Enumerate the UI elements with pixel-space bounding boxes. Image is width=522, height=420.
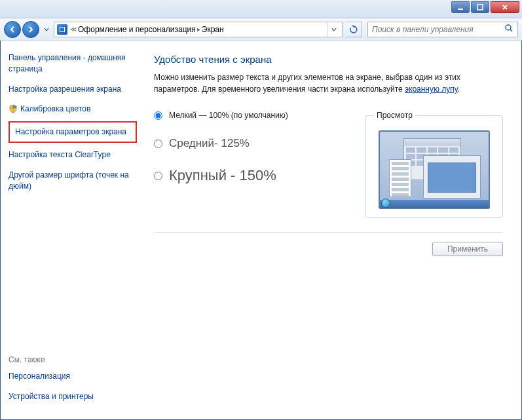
search-icon[interactable] xyxy=(504,24,513,35)
chevron-right-icon: ▸ xyxy=(197,26,200,33)
shield-icon xyxy=(9,104,18,113)
control-panel-icon xyxy=(57,24,67,35)
option-medium-radio[interactable] xyxy=(154,140,162,148)
sidebar-resolution[interactable]: Настройка разрешения экрана xyxy=(9,84,137,95)
sidebar-personalization[interactable]: Персонализация xyxy=(9,371,137,382)
option-small-radio[interactable] xyxy=(154,111,162,120)
breadcrumb-item[interactable]: Оформление и персонализация xyxy=(78,25,196,34)
forward-button[interactable] xyxy=(22,21,39,38)
option-large[interactable]: Крупный - 150% xyxy=(154,167,346,184)
address-bar[interactable]: ≪ Оформление и персонализация ▸ Экран xyxy=(54,22,343,37)
breadcrumb-item[interactable]: Экран xyxy=(202,25,224,34)
magnifier-link[interactable]: экранную лупу xyxy=(405,85,458,94)
minimize-button[interactable] xyxy=(451,1,470,13)
sidebar-home[interactable]: Панель управления - домашняя страница xyxy=(9,52,137,75)
preview-label: Просмотр xyxy=(374,111,415,120)
nav-arrows xyxy=(4,21,39,38)
size-options: Мелкий — 100% (по умолчанию) Средний- 12… xyxy=(154,111,346,201)
option-large-radio[interactable] xyxy=(154,172,162,180)
sidebar-display-params-highlight: Настройка параметров экрана xyxy=(9,121,137,143)
svg-rect-0 xyxy=(458,9,463,10)
preview-monitor-icon xyxy=(379,130,490,209)
page-title: Удобство чтения с экрана xyxy=(154,54,503,65)
window-controls xyxy=(451,1,519,13)
sidebar-devices[interactable]: Устройства и принтеры xyxy=(9,391,137,402)
refresh-button[interactable] xyxy=(345,22,362,37)
search-box[interactable] xyxy=(367,22,518,37)
option-medium[interactable]: Средний- 125% xyxy=(154,137,346,150)
option-small[interactable]: Мелкий — 100% (по умолчанию) xyxy=(154,111,346,120)
svg-rect-1 xyxy=(477,5,483,10)
back-button[interactable] xyxy=(4,21,21,38)
navigation-bar: ≪ Оформление и персонализация ▸ Экран xyxy=(0,18,522,41)
preview-box: Просмотр xyxy=(365,111,503,218)
maximize-button[interactable] xyxy=(471,1,489,13)
page-description: Можно изменить размер текста и других эл… xyxy=(154,71,503,95)
breadcrumb: ≪ Оформление и персонализация ▸ Экран xyxy=(70,25,325,34)
close-button[interactable] xyxy=(491,1,519,13)
svg-point-2 xyxy=(506,25,511,30)
address-dropdown[interactable] xyxy=(327,22,339,37)
sidebar: Панель управления - домашняя страница На… xyxy=(1,41,145,419)
main-panel: Удобство чтения с экрана Можно изменить … xyxy=(145,41,521,419)
sidebar-cleartype[interactable]: Настройка текста ClearType xyxy=(9,149,137,161)
apply-button[interactable]: Применить xyxy=(432,242,503,256)
sidebar-display-params[interactable]: Настройка параметров экрана xyxy=(15,126,130,138)
search-input[interactable] xyxy=(372,25,504,34)
recent-pages-dropdown[interactable] xyxy=(42,21,51,38)
divider xyxy=(154,232,503,233)
sidebar-calibration[interactable]: Калибровка цветов xyxy=(9,104,137,115)
see-also-label: См. также xyxy=(9,355,137,364)
chevron-left-icon[interactable]: ≪ xyxy=(70,26,77,33)
sidebar-font-size[interactable]: Другой размер шрифта (точек на дюйм) xyxy=(9,170,137,192)
window-titlebar xyxy=(0,0,522,18)
content: Панель управления - домашняя страница На… xyxy=(0,41,522,420)
